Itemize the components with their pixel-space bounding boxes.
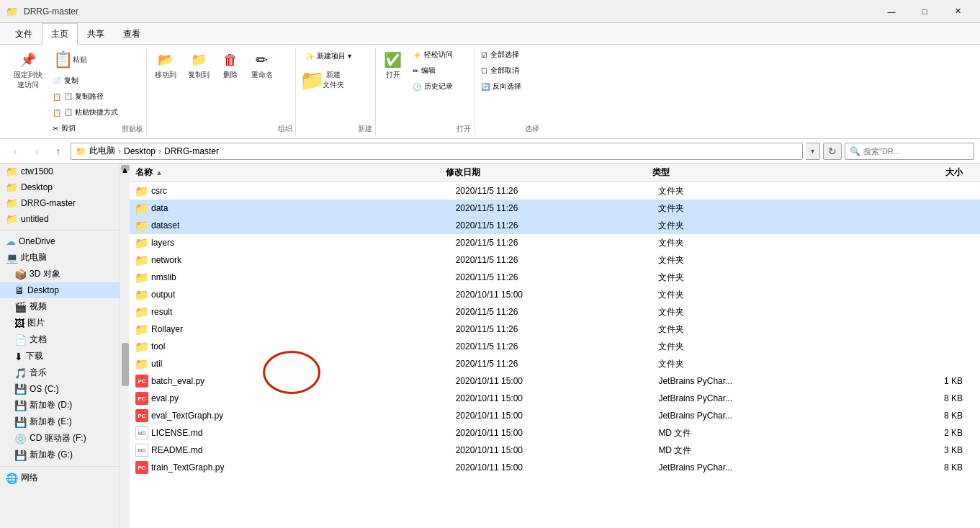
new-folder-button[interactable]: 📁 新建文件夹 bbox=[299, 66, 358, 94]
file-type: 文件夹 bbox=[658, 220, 861, 232]
table-row[interactable]: 📁 layers 2020/11/5 11:26 文件夹 bbox=[130, 234, 980, 251]
sidebar-item-os-c[interactable]: 💾 OS (C:) bbox=[0, 381, 120, 397]
sidebar-item-download[interactable]: ⬇ 下载 bbox=[0, 348, 120, 364]
sidebar-item-computer[interactable]: 💻 此电脑 bbox=[0, 249, 120, 266]
col-date-header[interactable]: 修改日期 bbox=[446, 166, 652, 179]
sidebar-item-onedrive[interactable]: ☁ OneDrive bbox=[0, 233, 120, 249]
sidebar-item-3d[interactable]: 📦 3D 对象 bbox=[0, 266, 120, 282]
sidebar-item-ctw1500[interactable]: 📁 ctw1500 bbox=[0, 164, 120, 179]
sidebar-item-doc[interactable]: 📄 文档 bbox=[0, 331, 120, 348]
search-input[interactable] bbox=[863, 147, 969, 156]
tab-share[interactable]: 共享 bbox=[78, 23, 114, 45]
history-button[interactable]: 🕐 历史记录 bbox=[409, 79, 457, 94]
table-row[interactable]: MD README.md 2020/10/11 15:00 MD 文件 3 KB bbox=[130, 442, 980, 459]
sidebar-item-drive-e[interactable]: 💾 新加卷 (E:) bbox=[0, 413, 120, 430]
scroll-up-btn[interactable]: ▲ bbox=[121, 165, 130, 171]
file-date: 2020/11/5 11:26 bbox=[456, 220, 659, 231]
col-name-header[interactable]: 名称 ▲ bbox=[135, 166, 446, 179]
open-button[interactable]: ✅ 打开 bbox=[379, 48, 408, 84]
copy-to-button[interactable]: 📁 复制到 bbox=[183, 48, 215, 84]
scroll-thumb[interactable] bbox=[122, 343, 129, 386]
minimize-button[interactable]: — bbox=[875, 0, 908, 23]
table-row[interactable]: 📁 tool 2020/11/5 11:26 文件夹 bbox=[130, 338, 980, 355]
table-row[interactable]: PC train_TextGraph.py 2020/10/11 15:00 J… bbox=[130, 459, 980, 476]
search-box[interactable]: 🔍 bbox=[845, 143, 974, 160]
table-row[interactable]: 📁 csrc 2020/11/5 11:26 文件夹 bbox=[130, 182, 980, 200]
sidebar-label-drive-e: 新加卷 (E:) bbox=[30, 416, 72, 428]
tab-file[interactable]: 文件 bbox=[6, 23, 42, 45]
file-type: 文件夹 bbox=[658, 254, 861, 267]
file-date: 2020/10/11 15:00 bbox=[456, 411, 659, 421]
folder-icon: 📁 bbox=[6, 213, 18, 225]
select-none-button[interactable]: ☐ 全部取消 bbox=[477, 63, 525, 78]
table-row[interactable]: 📁 result 2020/11/5 11:26 文件夹 bbox=[130, 303, 980, 321]
up-button[interactable]: ↑ bbox=[49, 142, 68, 161]
move-to-button[interactable]: 📂 移动到 bbox=[150, 48, 181, 84]
sidebar-item-desktop-top[interactable]: 📁 Desktop bbox=[0, 179, 120, 195]
table-row[interactable]: 📁 nmslib 2020/11/5 11:26 文件夹 bbox=[130, 269, 980, 286]
edit-button[interactable]: ✏ 编辑 bbox=[409, 63, 457, 78]
address-dropdown[interactable]: ▾ bbox=[806, 143, 820, 160]
close-button[interactable]: ✕ bbox=[941, 0, 974, 23]
table-row[interactable]: 📁 data 2020/11/5 11:26 文件夹 bbox=[130, 200, 980, 217]
table-row[interactable]: PC eval.py 2020/10/11 15:00 JetBrains Py… bbox=[130, 390, 980, 407]
sidebar-item-video[interactable]: 🎬 视频 bbox=[0, 298, 120, 315]
select-all-button[interactable]: ☑ 全部选择 bbox=[477, 48, 525, 62]
copy-to-icon: 📁 bbox=[190, 51, 207, 68]
rename-button[interactable]: ✏ 重命名 bbox=[246, 48, 278, 84]
sidebar-scrollbar[interactable]: ▲ ▼ bbox=[120, 164, 130, 528]
table-row[interactable]: MD LICENSE.md 2020/10/11 15:00 MD 文件 2 K… bbox=[130, 424, 980, 442]
copy-button[interactable]: 📄 复制 bbox=[49, 73, 122, 88]
tab-home[interactable]: 主页 bbox=[42, 23, 78, 45]
cut-button[interactable]: ✂ 剪切 bbox=[49, 121, 122, 135]
sidebar-item-untitled[interactable]: 📁 untitled bbox=[0, 211, 120, 227]
table-row[interactable]: 📁 Rollayer 2020/11/5 11:26 文件夹 bbox=[130, 321, 980, 338]
paste-button[interactable]: 📋 粘贴 bbox=[49, 48, 92, 72]
path-computer[interactable]: 此电脑 bbox=[89, 145, 115, 157]
sidebar-item-drrg-master[interactable]: 📁 DRRG-master bbox=[0, 195, 120, 211]
folder-icon: 📁 bbox=[6, 166, 18, 177]
sidebar-item-network[interactable]: 🌐 网络 bbox=[0, 470, 120, 486]
refresh-button[interactable]: ↻ bbox=[823, 143, 842, 160]
paste-shortcut-button[interactable]: 📋 📋 粘贴快捷方式 bbox=[49, 105, 122, 120]
address-bar: ‹ › ↑ 📁 此电脑 › Desktop › DRRG-master ▾ ↻ … bbox=[0, 139, 980, 164]
table-row[interactable]: PC batch_eval.py 2020/10/11 15:00 JetBra… bbox=[130, 372, 980, 390]
pin-button[interactable]: 📌 固定到快速访问 bbox=[9, 48, 48, 94]
sidebar-item-image[interactable]: 🖼 图片 bbox=[0, 315, 120, 331]
sidebar-item-drive-d[interactable]: 💾 新加卷 (D:) bbox=[0, 397, 120, 413]
sidebar-item-music[interactable]: 🎵 音乐 bbox=[0, 364, 120, 381]
path-current[interactable]: DRRG-master bbox=[164, 146, 219, 156]
tab-view[interactable]: 查看 bbox=[114, 23, 150, 45]
sidebar-item-cd-f[interactable]: 💿 CD 驱动器 (F:) bbox=[0, 430, 120, 447]
sidebar-item-drive-g[interactable]: 💾 新加卷 (G:) bbox=[0, 447, 120, 463]
table-row[interactable]: 📁 output 2020/10/11 15:00 文件夹 bbox=[130, 286, 980, 303]
file-type: MD 文件 bbox=[658, 444, 861, 457]
forward-button[interactable]: › bbox=[27, 142, 46, 161]
table-row[interactable]: 📁 dataset 2020/11/5 11:26 文件夹 bbox=[130, 217, 980, 234]
back-button[interactable]: ‹ bbox=[6, 142, 24, 161]
easy-access-button[interactable]: ⚡ 轻松访问 bbox=[409, 48, 457, 62]
new-folder-label: 新建文件夹 bbox=[323, 70, 344, 90]
path-desktop[interactable]: Desktop bbox=[124, 146, 156, 156]
col-size-header[interactable]: 大小 bbox=[859, 166, 974, 179]
select-none-icon: ☐ bbox=[481, 67, 487, 75]
file-date: 2020/11/5 11:26 bbox=[456, 324, 659, 334]
new-group: ✨ 新建项目 ▾ 📁 新建文件夹 新建 bbox=[296, 48, 376, 135]
table-row[interactable]: PC eval_TextGraph.py 2020/10/11 15:00 Je… bbox=[130, 407, 980, 424]
address-path[interactable]: 📁 此电脑 › Desktop › DRRG-master bbox=[71, 143, 803, 160]
invert-select-icon: 🔄 bbox=[481, 83, 490, 91]
window-title: DRRG-master bbox=[24, 6, 78, 17]
col-type-header[interactable]: 类型 bbox=[652, 166, 859, 179]
folder-icon: 📁 bbox=[135, 202, 148, 215]
sidebar-item-desktop[interactable]: 🖥 Desktop bbox=[0, 282, 120, 298]
sidebar-label-desktop-top: Desktop bbox=[21, 182, 53, 192]
invert-select-button[interactable]: 🔄 反向选择 bbox=[477, 79, 525, 94]
new-item-button[interactable]: ✨ 新建项目 ▾ bbox=[299, 48, 358, 65]
delete-button[interactable]: 🗑 删除 bbox=[216, 48, 245, 84]
table-row[interactable]: 📁 network 2020/11/5 11:26 文件夹 bbox=[130, 251, 980, 269]
file-list[interactable]: 名称 ▲ 修改日期 类型 大小 📁 csrc 2020/11/5 11:26 文… bbox=[130, 164, 980, 528]
sidebar-label-computer: 此电脑 bbox=[21, 251, 47, 264]
table-row[interactable]: 📁 util 2020/11/5 11:26 文件夹 bbox=[130, 355, 980, 372]
maximize-button[interactable]: □ bbox=[908, 0, 941, 23]
copy-path-button[interactable]: 📋 📋 复制路径 bbox=[49, 89, 122, 104]
